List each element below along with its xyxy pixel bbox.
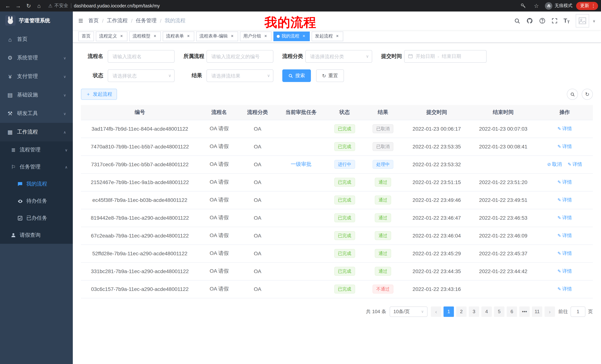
detail-action[interactable]: ✎详情 — [557, 126, 572, 131]
cell-category: OA — [240, 120, 275, 138]
security-warning[interactable]: ⚠ 不安全 — [48, 3, 68, 9]
detail-action[interactable]: ✎详情 — [557, 286, 572, 292]
cell-id: 7317cec6-7b9b-11ec-b5b7-acde48001122 — [81, 155, 199, 173]
chevron-up-icon: ∧ — [65, 165, 68, 169]
sidebar-item-task-mgmt[interactable]: ⚐ 任务管理 ∧ — [0, 158, 73, 175]
tab[interactable]: 发起流程 × — [312, 31, 343, 41]
detail-action[interactable]: ✎详情 — [557, 197, 572, 203]
close-icon[interactable]: × — [263, 34, 268, 39]
page-size-select[interactable]: 10条/页 ∨ — [390, 306, 428, 317]
breadcrumb-home[interactable]: 首页 — [88, 18, 99, 24]
cell-actions: ⊘ ✎详情 — [537, 227, 593, 245]
bookmark-star-icon[interactable]: ☆ — [531, 1, 541, 10]
forward-icon[interactable]: → — [13, 1, 23, 10]
cell-status: 已完成 — [327, 280, 362, 298]
detail-action[interactable]: ✎详情 — [557, 179, 572, 185]
sidebar-item-infra[interactable]: ▤ 基础设施 ∨ — [0, 86, 73, 104]
back-icon[interactable]: ← — [3, 1, 13, 10]
sidebar-item-todo-tasks[interactable]: 待办任务 — [0, 192, 73, 210]
page-button[interactable]: 2 — [456, 306, 467, 317]
detail-action[interactable]: ✎详情 — [557, 268, 572, 274]
address-bar[interactable]: ⚠ 不安全 dashboard.yudao.iocoder.cn/bpm/tas… — [48, 3, 514, 9]
sidebar-item-done-tasks[interactable]: 已办任务 — [0, 210, 73, 227]
goto-page-input[interactable] — [571, 306, 585, 317]
avatar[interactable] — [576, 14, 589, 28]
tab[interactable]: 首页 × — [78, 31, 94, 41]
close-icon[interactable]: × — [119, 34, 124, 39]
tab[interactable]: 我的流程 × — [273, 31, 310, 41]
detail-action[interactable]: ✎详情 — [557, 144, 572, 149]
sidebar-item-payment[interactable]: ¥ 支付管理 ∨ — [0, 67, 73, 86]
refresh-table-button[interactable]: ↻ — [582, 89, 593, 100]
fullscreen-icon[interactable] — [551, 18, 558, 24]
close-icon[interactable]: × — [230, 34, 235, 39]
sidebar-item-workflow[interactable]: ▦ 工作流程 ∧ — [0, 123, 73, 141]
date-range-picker[interactable]: 开始日期 - 结束日期 — [404, 50, 487, 63]
close-icon[interactable]: × — [186, 34, 191, 39]
yen-icon: ¥ — [7, 73, 13, 80]
page-button[interactable]: 11 — [532, 306, 542, 317]
sidebar-item-devtools[interactable]: ⚒ 研发工具 ∨ — [0, 104, 73, 123]
next-page-button[interactable]: › — [545, 306, 555, 317]
detail-action[interactable]: ✎详情 — [557, 215, 572, 220]
person-icon — [10, 233, 16, 238]
cell-submit-time: 2022-01-23 00:06:17 — [403, 120, 470, 138]
sidebar-item-leave-query[interactable]: 请假查询 — [0, 227, 73, 244]
chevron-down-icon[interactable]: ∨ — [593, 19, 595, 23]
breadcrumb-task-mgmt[interactable]: 任务管理 — [136, 18, 157, 24]
current-task-link[interactable]: 一级审批 — [291, 161, 311, 167]
tab[interactable]: 流程表单-编辑 × — [196, 31, 238, 41]
help-icon[interactable] — [539, 18, 546, 24]
prev-page-button[interactable]: ‹ — [431, 306, 441, 317]
chevron-down-icon: ∨ — [63, 74, 66, 78]
detail-action[interactable]: ✎详情 — [557, 250, 572, 256]
hamburger-icon[interactable]: ≡ — [78, 17, 83, 25]
page-button[interactable]: 1 — [443, 306, 454, 317]
page-button[interactable]: ••• — [519, 306, 530, 317]
page-button[interactable]: 4 — [481, 306, 492, 317]
sidebar-item-my-process[interactable]: 我的流程 — [0, 175, 73, 192]
github-icon[interactable] — [526, 18, 533, 24]
toggle-search-button[interactable] — [567, 89, 578, 100]
tab[interactable]: 流程定义 × — [96, 31, 127, 41]
cell-result: 不通过 — [362, 280, 403, 298]
font-size-icon[interactable]: TT — [563, 18, 570, 24]
reset-button[interactable]: ↻ 重置 — [316, 69, 344, 82]
breadcrumb-workflow[interactable]: 工作流程 — [107, 18, 128, 24]
logo[interactable]: 芋道管理系统 — [0, 11, 73, 30]
page-button[interactable]: 5 — [494, 306, 504, 317]
incognito-badge: 无痕模式 — [545, 2, 572, 10]
search-button[interactable]: 搜索 — [282, 69, 311, 82]
close-icon[interactable]: × — [335, 34, 340, 39]
sidebar-item-home[interactable]: ⌂ 首页 — [0, 30, 73, 49]
home-icon[interactable]: ⌂ — [34, 1, 44, 10]
status-select[interactable] — [108, 69, 175, 82]
page-button[interactable]: 3 — [469, 306, 479, 317]
cancel-action[interactable]: ⊘取消 — [547, 161, 562, 167]
tab[interactable]: 用户分组 × — [240, 31, 271, 41]
page-button[interactable]: 6 — [507, 306, 517, 317]
close-icon[interactable]: × — [152, 34, 158, 39]
divider — [71, 3, 71, 8]
tab[interactable]: 流程模型 × — [129, 31, 161, 41]
close-icon[interactable]: × — [301, 34, 306, 39]
category-select[interactable] — [305, 50, 372, 63]
key-icon[interactable] — [518, 1, 528, 10]
result-select[interactable] — [207, 69, 273, 82]
detail-action[interactable]: ✎详情 — [568, 161, 582, 167]
tab[interactable]: 流程表单 × — [163, 31, 194, 41]
detail-action[interactable]: ✎详情 — [557, 233, 572, 238]
cell-result: 处理中 — [362, 155, 403, 173]
create-process-button[interactable]: ＋ 发起流程 — [81, 89, 117, 100]
process-definition-input[interactable] — [207, 50, 273, 63]
cell-current-task — [275, 191, 327, 209]
edit-icon: ✎ — [557, 251, 561, 256]
sidebar-item-system[interactable]: ⚙ 系统管理 ∨ — [0, 49, 73, 67]
menu-dots-icon[interactable]: ⋮ — [591, 3, 596, 9]
update-button[interactable]: 更新 ⋮ — [576, 2, 598, 10]
process-name-input[interactable] — [108, 50, 175, 63]
reload-icon[interactable]: ↻ — [24, 1, 33, 10]
sidebar-item-process-mgmt[interactable]: ≣ 流程管理 ∨ — [0, 141, 73, 158]
search-icon[interactable] — [514, 18, 521, 24]
cell-category: OA — [240, 262, 275, 280]
